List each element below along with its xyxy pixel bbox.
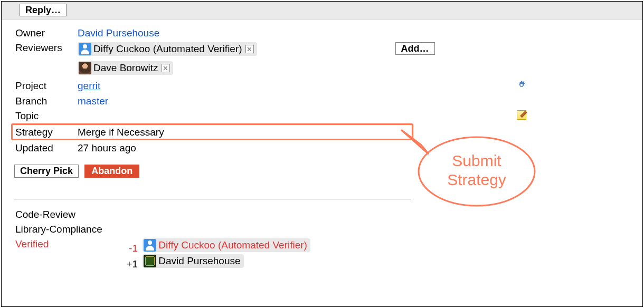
vote-row: +1 David Pursehouse — [123, 254, 310, 270]
label-name: Library-Compliance — [15, 223, 122, 236]
person-icon — [144, 255, 156, 267]
voter-name: Diffy Cuckoo (Automated Verifier) — [158, 239, 307, 251]
reply-button[interactable]: Reply… — [20, 4, 67, 16]
strategy-value: Merge if Necessary — [75, 126, 410, 139]
remove-reviewer-icon[interactable]: ✕ — [245, 45, 254, 53]
owner-label: Owner — [15, 26, 74, 40]
label-name: Verified — [15, 237, 122, 271]
person-icon — [144, 239, 156, 252]
reviewers-label: Reviewers — [15, 41, 74, 59]
voter-chip[interactable]: Diffy Cuckoo (Automated Verifier) — [143, 238, 310, 252]
vote-score: -1 — [123, 243, 138, 254]
voter-name: David Pursehouse — [158, 255, 240, 267]
abandon-button[interactable]: Abandon — [84, 165, 139, 178]
review-labels-table: Code-Review Library-Compliance Verified … — [14, 207, 311, 272]
project-label: Project — [15, 79, 74, 93]
add-reviewer-button[interactable]: Add… — [395, 42, 435, 55]
updated-label: Updated — [15, 141, 74, 155]
project-link[interactable]: gerrit — [78, 80, 100, 91]
reviewer-chip[interactable]: Dave Borowitz ✕ — [78, 61, 173, 75]
reviewer-name: Diffy Cuckoo (Automated Verifier) — [93, 43, 242, 55]
voter-chip[interactable]: David Pursehouse — [143, 254, 243, 268]
edit-topic-icon[interactable] — [517, 110, 526, 120]
vote-row: -1 Diffy Cuckoo (Automated Verifier) — [123, 238, 310, 254]
reviewer-chip[interactable]: Diffy Cuckoo (Automated Verifier) ✕ — [78, 42, 257, 56]
branch-label: Branch — [15, 94, 74, 108]
svg-point-1 — [520, 84, 523, 86]
cherry-pick-button[interactable]: Cherry Pick — [14, 165, 79, 178]
app-frame: Reply… Owner David Pursehouse Reviewers … — [1, 1, 643, 307]
topic-label: Topic — [15, 109, 74, 123]
change-content: Owner David Pursehouse Reviewers Diffy C… — [2, 20, 642, 272]
owner-link[interactable]: David Pursehouse — [78, 27, 159, 38]
remove-reviewer-icon[interactable]: ✕ — [162, 64, 170, 72]
header-bar: Reply… — [2, 2, 642, 20]
updated-value: 27 hours ago — [75, 141, 136, 155]
person-icon — [79, 62, 91, 74]
person-icon — [79, 43, 91, 55]
strategy-label: Strategy — [15, 126, 74, 139]
info-table: Owner David Pursehouse Reviewers Diffy C… — [14, 25, 527, 124]
branch-link[interactable]: master — [78, 95, 108, 107]
gear-icon[interactable] — [517, 80, 526, 90]
action-bar: Cherry Pick Abandon — [14, 165, 642, 178]
vote-score: +1 — [123, 258, 138, 270]
reviewer-name: Dave Borowitz — [93, 62, 158, 74]
strategy-row: Strategy Merge if Necessary — [14, 124, 411, 140]
label-name: Code-Review — [15, 208, 122, 222]
separator — [14, 199, 411, 199]
